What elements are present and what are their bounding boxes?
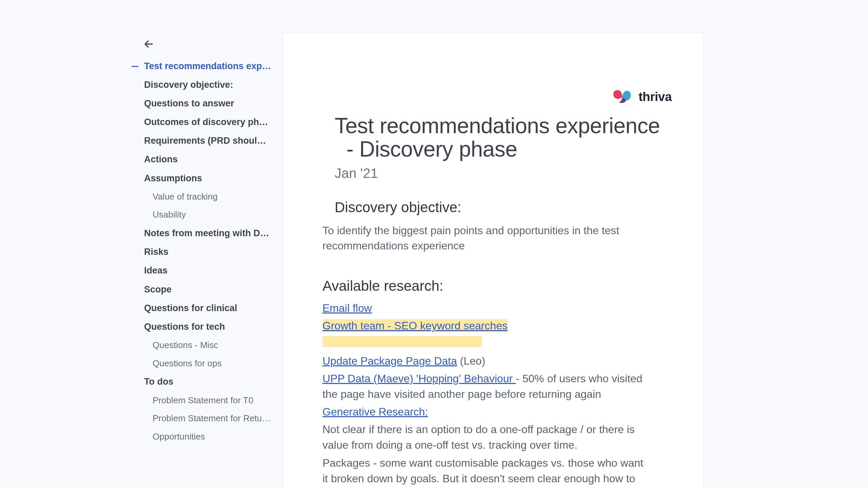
outline-item-label: Risks <box>144 247 169 257</box>
research-item: Generative Research: <box>322 404 648 420</box>
outline-item-label: To dos <box>144 377 173 387</box>
doc-date: Jan '21 <box>335 166 662 181</box>
research-item-highlight-spacer <box>322 336 648 351</box>
title-block: Test recommendations experience - Discov… <box>335 114 662 181</box>
link-update-package[interactable]: Update Package Page Data <box>322 355 457 367</box>
research-item: Email flow <box>322 300 648 316</box>
outline-item-label: Notes from meeting with Derek <box>144 228 271 238</box>
doc-title-line2: - Discovery phase <box>347 137 517 161</box>
outline-item-label: Questions for ops <box>153 358 222 368</box>
update-package-suffix: (Leo) <box>460 355 486 367</box>
outline-item[interactable]: Problem Statement for T0 <box>130 391 271 410</box>
outline-item[interactable]: Scope <box>130 280 271 299</box>
link-growth-seo[interactable]: Growth team - SEO keyword searches <box>322 320 508 332</box>
outline-item[interactable]: Notes from meeting with Derek <box>130 224 271 243</box>
outline-item[interactable]: Questions for clinical <box>130 299 271 318</box>
outline-item[interactable]: Outcomes of discovery phase <box>130 113 271 131</box>
outline-item-label: Opportunities <box>153 431 205 442</box>
outline-item-label: Value of tracking <box>153 191 218 202</box>
outline-item[interactable]: Discovery objective: <box>130 76 271 94</box>
outline-item-label: Ideas <box>144 265 167 276</box>
outline-item[interactable]: Opportunities <box>130 428 271 446</box>
brand-logo: thriva <box>612 89 672 105</box>
outline-item[interactable]: Actions <box>130 150 271 169</box>
outline-item-label: Questions for tech <box>144 322 225 332</box>
outline-item-label: Outcomes of discovery phase <box>144 117 271 127</box>
brand-mark-icon <box>612 89 632 105</box>
link-upp-data[interactable]: UPP Data (Maeve) 'Hopping' Behaviour <box>322 372 516 385</box>
objective-body: To identify the biggest pain points and … <box>322 223 621 253</box>
link-generative[interactable]: Generative Research: <box>322 406 428 418</box>
document-page: thriva Test recommendations experience -… <box>283 33 703 488</box>
outline-item[interactable]: Questions for tech <box>130 318 271 336</box>
outline-item[interactable]: Risks <box>130 243 271 261</box>
outline-item[interactable]: Value of tracking <box>130 188 271 206</box>
generative-body-1: Not clear if there is an option to do a … <box>322 422 648 453</box>
outline-item[interactable]: Usability <box>130 206 271 224</box>
outline-item-label: Actions <box>144 154 178 164</box>
outline-item-label: Requirements (PRD should gi… <box>144 136 271 146</box>
doc-title: Test recommendations experience - Discov… <box>335 114 662 161</box>
document-outline: Test recommendations exper… Discovery ob… <box>130 37 271 446</box>
link-email-flow[interactable]: Email flow <box>322 302 372 314</box>
outline-item-label: Assumptions <box>144 173 202 183</box>
outline-item-label: Questions to answer <box>144 98 234 108</box>
outline-root[interactable]: Test recommendations exper… <box>130 57 271 76</box>
objective-heading: Discovery objective: <box>335 199 662 216</box>
outline-item-label: Problem Statement for T0 <box>153 395 253 405</box>
research-item: UPP Data (Maeve) 'Hopping' Behaviour - 5… <box>322 371 648 402</box>
outline-item[interactable]: Requirements (PRD should gi… <box>130 131 271 150</box>
outline-item[interactable]: Problem Statement for Returnin… <box>130 409 271 428</box>
outline-item-label: Problem Statement for Returnin… <box>153 413 271 423</box>
doc-title-line1: Test recommendations experience <box>335 114 660 138</box>
outline-item-label: Discovery objective: <box>144 80 233 90</box>
outline-item[interactable]: Assumptions <box>130 169 271 188</box>
outline-item[interactable]: To dos <box>130 372 271 391</box>
outline-root-label: Test recommendations exper… <box>144 61 271 71</box>
outline-item[interactable]: Ideas <box>130 261 271 280</box>
collapse-icon[interactable] <box>132 66 138 67</box>
outline-item-label: Usability <box>153 209 186 220</box>
outline-item[interactable]: Questions to answer <box>130 94 271 113</box>
back-button[interactable] <box>142 37 155 51</box>
outline-item-label: Scope <box>144 284 172 294</box>
research-item: Update Package Page Data (Leo) <box>322 353 648 369</box>
research-item: Growth team - SEO keyword searches <box>322 318 648 333</box>
outline-item[interactable]: Questions - Misc <box>130 336 271 354</box>
outline-item-label: Questions - Misc <box>153 340 218 350</box>
outline-item[interactable]: Questions for ops <box>130 354 271 373</box>
arrow-left-icon <box>143 39 154 49</box>
generative-body-2: Packages - some want customisable packag… <box>322 455 648 488</box>
outline-item-label: Questions for clinical <box>144 303 237 313</box>
brand-text: thriva <box>638 90 672 104</box>
research-list: Email flow Growth team - SEO keyword sea… <box>322 300 648 488</box>
research-heading: Available research: <box>322 278 662 294</box>
